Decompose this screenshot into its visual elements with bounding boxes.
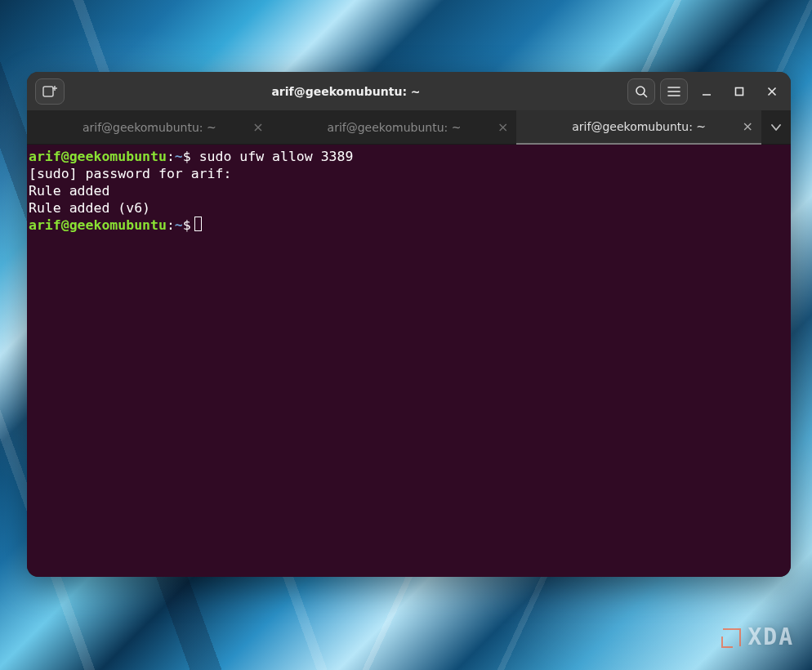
tab-overflow-button[interactable] [761, 110, 791, 145]
prompt-symbol: $ [183, 149, 191, 164]
watermark-logo-icon [723, 628, 741, 646]
svg-rect-0 [43, 87, 53, 96]
search-icon [635, 85, 648, 98]
maximize-icon [734, 87, 744, 96]
close-icon [767, 87, 777, 96]
prompt-path: ~ [175, 217, 183, 233]
chevron-down-icon [771, 123, 781, 132]
terminal-tab-2[interactable]: arif@geekomubuntu: ~ × [272, 110, 517, 145]
output-line: Rule added [29, 183, 109, 199]
terminal-output-area[interactable]: arif@geekomubuntu:~$ sudo ufw allow 3389… [27, 145, 791, 577]
titlebar: arif@geekomubuntu: ~ [27, 72, 791, 110]
watermark: XDA [723, 623, 794, 650]
tab-label: arif@geekomubuntu: ~ [328, 121, 462, 134]
tab-label: arif@geekomubuntu: ~ [83, 121, 216, 134]
svg-line-4 [644, 94, 647, 97]
hamburger-icon [667, 86, 680, 97]
output-line: Rule added (v6) [29, 200, 150, 216]
prompt-user: arif@geekomubuntu [29, 149, 167, 164]
tab-close-button[interactable]: × [497, 121, 508, 134]
new-tab-icon [42, 85, 57, 98]
output-line: [sudo] password for arif: [29, 166, 231, 181]
tab-close-button[interactable]: × [252, 121, 263, 134]
search-button[interactable] [627, 78, 655, 105]
hamburger-menu-button[interactable] [660, 78, 688, 105]
cursor [194, 217, 203, 231]
prompt-path: ~ [175, 149, 183, 164]
maximize-button[interactable] [725, 78, 753, 105]
tab-close-button[interactable]: × [743, 120, 753, 133]
desktop-background: arif@geekomubuntu: ~ [0, 0, 812, 670]
svg-rect-9 [736, 87, 743, 95]
terminal-tab-1[interactable]: arif@geekomubuntu: ~ × [27, 110, 272, 145]
tab-bar: arif@geekomubuntu: ~ × arif@geekomubuntu… [27, 110, 791, 145]
titlebar-right-group [627, 78, 786, 105]
command-text: sudo ufw allow 3389 [199, 149, 354, 164]
window-title: arif@geekomubuntu: ~ [69, 85, 622, 98]
prompt-symbol: $ [183, 217, 191, 233]
close-button[interactable] [758, 78, 786, 105]
terminal-window: arif@geekomubuntu: ~ [27, 72, 791, 577]
minimize-icon [702, 87, 712, 96]
tab-label: arif@geekomubuntu: ~ [572, 120, 706, 133]
prompt-user: arif@geekomubuntu [29, 217, 167, 233]
terminal-tab-3[interactable]: arif@geekomubuntu: ~ × [516, 110, 761, 145]
new-tab-button[interactable] [35, 78, 65, 105]
watermark-text: XDA [747, 623, 794, 650]
minimize-button[interactable] [693, 78, 721, 105]
